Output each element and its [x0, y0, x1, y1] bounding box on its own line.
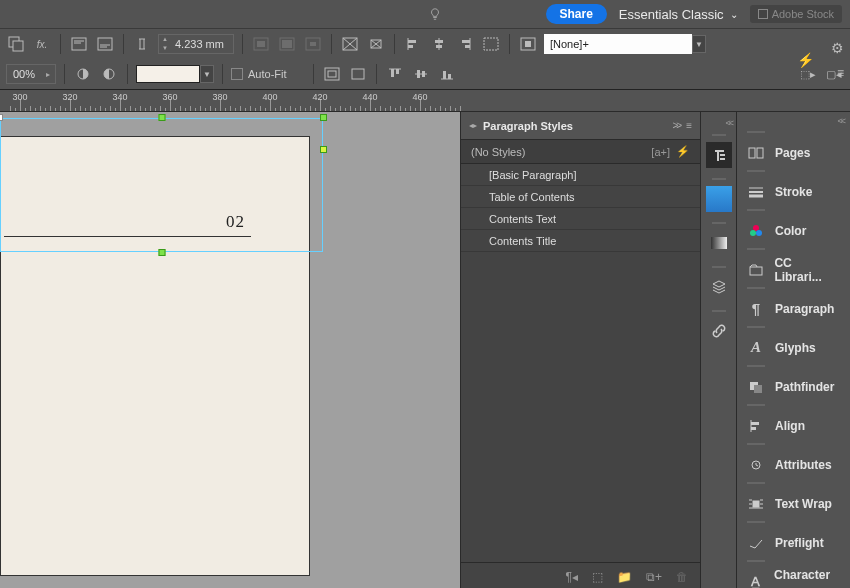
panel-tab-glyphs[interactable]: AGlyphs: [737, 331, 850, 364]
control-bar: fx. ▲▼ [None]+ ▼ 00% ▸: [0, 28, 850, 90]
frame-options-b-icon[interactable]: [348, 64, 368, 84]
svg-rect-32: [352, 69, 364, 79]
selection-handle[interactable]: [158, 249, 165, 256]
panel-tab-character-[interactable]: A̲Character ...: [737, 565, 850, 588]
swatches-icon[interactable]: [706, 186, 732, 212]
collapse-panel-icon[interactable]: >>: [672, 120, 680, 131]
new-group-icon[interactable]: 📁: [617, 570, 632, 584]
chevron-down-icon[interactable]: ▼: [692, 35, 706, 53]
panel-tab-cc-librari-[interactable]: CC Librari...: [737, 253, 850, 286]
svg-rect-13: [310, 42, 316, 46]
chevron-down-icon: ⌄: [730, 9, 738, 20]
panel-tab-attributes[interactable]: Attributes: [737, 448, 850, 481]
panel-tab-paragraph[interactable]: ¶Paragraph: [737, 292, 850, 325]
fill-stroke-icon[interactable]: [6, 34, 26, 54]
quick-apply-icon[interactable]: ⚡: [676, 145, 690, 158]
horizontal-ruler[interactable]: 300320340360380400420440460: [0, 90, 850, 112]
share-button[interactable]: Share: [546, 4, 607, 24]
autofit-checkbox[interactable]: Auto-Fit: [231, 68, 287, 80]
outport-handle[interactable]: [320, 146, 327, 153]
settings-gear-icon[interactable]: ⚙: [831, 40, 844, 56]
align-v-centers-icon[interactable]: [411, 64, 431, 84]
right-panel-dock: << PagesStrokeColorCC Librari...¶Paragra…: [736, 112, 850, 588]
svg-rect-20: [435, 40, 443, 43]
delete-style-icon[interactable]: 🗑: [676, 570, 688, 584]
opacity-alt-icon[interactable]: [99, 64, 119, 84]
adobe-stock-search[interactable]: Adobe Stock: [750, 5, 842, 23]
text-align-frame-bottom-icon[interactable]: [95, 34, 115, 54]
paragraph-info-icon[interactable]: ¶◂: [566, 570, 578, 584]
collapse-dock-icon[interactable]: <<: [837, 116, 844, 126]
paragraph-style-item[interactable]: Table of Contents: [461, 186, 700, 208]
svg-point-50: [753, 225, 759, 231]
expand-collapse-icon[interactable]: ◂▸: [469, 121, 477, 130]
panel-menu-icon[interactable]: ≡: [686, 120, 692, 131]
chevron-down-icon[interactable]: ▼: [200, 65, 214, 83]
new-style-a-icon[interactable]: [a+]: [651, 146, 670, 158]
hint-bulb-icon[interactable]: [428, 7, 442, 21]
height-field[interactable]: ▲▼: [158, 34, 234, 54]
paragraph-style-dropdown[interactable]: [None]+ ▼: [544, 34, 706, 54]
panel-tab-color[interactable]: Color: [737, 214, 850, 247]
panel-tab-align[interactable]: Align: [737, 409, 850, 442]
svg-rect-53: [750, 267, 762, 275]
document-canvas[interactable]: 02: [0, 112, 460, 588]
panel-menu-icon[interactable]: ≡: [837, 66, 844, 80]
frame-fit-b-icon[interactable]: [366, 34, 386, 54]
color-icon: [747, 222, 765, 240]
selection-handle[interactable]: [158, 114, 165, 121]
svg-rect-24: [465, 45, 470, 48]
preflight-icon: [747, 534, 765, 552]
align-bottom-edges-icon[interactable]: [437, 64, 457, 84]
constrain-proportions-icon[interactable]: [132, 34, 152, 54]
frame-options-a-icon[interactable]: [322, 64, 342, 84]
panel-tab-stroke[interactable]: Stroke: [737, 175, 850, 208]
fill-swatch[interactable]: [136, 65, 200, 83]
align-h-centers-icon[interactable]: [429, 34, 449, 54]
panel-tab-text-wrap[interactable]: Text Wrap: [737, 487, 850, 520]
opacity-icon[interactable]: [73, 64, 93, 84]
panel-tab-preflight[interactable]: Preflight: [737, 526, 850, 559]
fit-frame-icon[interactable]: [277, 34, 297, 54]
text-align-frame-top-icon[interactable]: [69, 34, 89, 54]
height-input[interactable]: [171, 38, 233, 50]
svg-rect-27: [525, 41, 531, 47]
paragraph-style-item[interactable]: Contents Text: [461, 208, 700, 230]
svg-rect-44: [711, 237, 727, 249]
frame-fit-a-icon[interactable]: [340, 34, 360, 54]
layers-icon[interactable]: [706, 274, 732, 300]
selection-handle[interactable]: [320, 114, 327, 121]
align-right-edges-icon[interactable]: [455, 34, 475, 54]
fx-icon[interactable]: fx.: [32, 34, 52, 54]
panel-tab-pathfinder[interactable]: Pathfinder: [737, 370, 850, 403]
gradient-icon[interactable]: [706, 230, 732, 256]
center-content-icon[interactable]: [303, 34, 323, 54]
svg-rect-38: [422, 71, 425, 77]
align-to-selection-icon[interactable]: [481, 34, 501, 54]
attributes-icon: [747, 456, 765, 474]
paragraph-style-item[interactable]: [Basic Paragraph]: [461, 164, 700, 186]
selection-handle[interactable]: [0, 114, 3, 121]
panel-tab[interactable]: ◂▸ Paragraph Styles >> ≡: [461, 112, 700, 140]
selected-text-frame[interactable]: 02: [0, 118, 323, 252]
pathfinder-icon: [747, 378, 765, 396]
text-wrap-none-icon[interactable]: [518, 34, 538, 54]
style-group-header[interactable]: (No Styles) [a+] ⚡: [461, 140, 700, 164]
align-top-edges-icon[interactable]: [385, 64, 405, 84]
svg-rect-40: [443, 71, 446, 79]
workspace-selector[interactable]: Essentials Classic ⌄: [619, 7, 738, 22]
paragraph-style-item[interactable]: Contents Title: [461, 230, 700, 252]
fit-content-icon[interactable]: [251, 34, 271, 54]
svg-rect-55: [754, 385, 762, 393]
paragraph-styles-icon[interactable]: [706, 142, 732, 168]
links-icon[interactable]: [706, 318, 732, 344]
new-style-icon[interactable]: ⧉+: [646, 570, 662, 584]
zoom-field[interactable]: 00% ▸: [6, 64, 56, 84]
autofit-label: Auto-Fit: [248, 68, 287, 80]
collapse-dock-icon[interactable]: <<: [725, 118, 732, 128]
clear-overrides-icon[interactable]: ⬚: [592, 570, 603, 584]
panel-tab-pages[interactable]: Pages: [737, 136, 850, 169]
quick-apply-icon[interactable]: ⚡: [797, 52, 814, 68]
svg-rect-30: [325, 68, 339, 80]
align-left-edges-icon[interactable]: [403, 34, 423, 54]
